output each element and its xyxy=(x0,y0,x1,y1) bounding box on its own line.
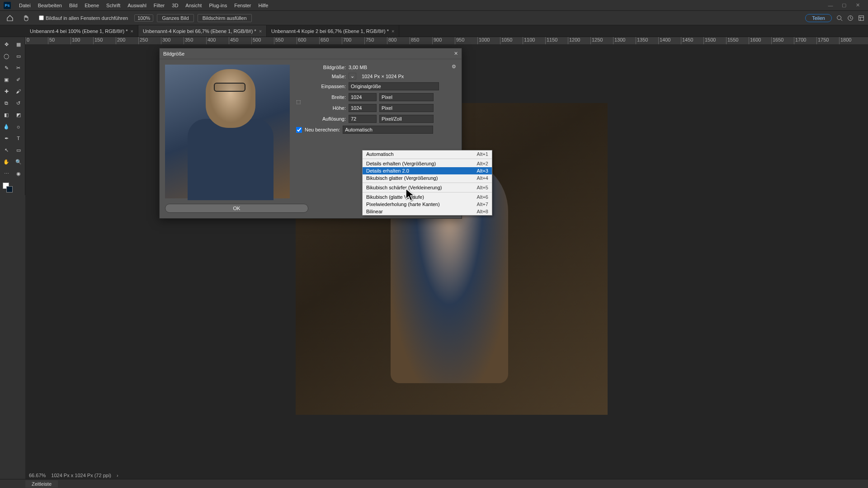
ruler-tick: 0 xyxy=(25,37,48,44)
history-brush-tool-icon[interactable]: ↺ xyxy=(13,98,24,108)
maximize-icon[interactable]: ▢ xyxy=(837,2,851,8)
height-unit-select[interactable]: Pixel xyxy=(379,104,434,112)
menu-bearbeiten[interactable]: Bearbeiten xyxy=(34,3,66,8)
dropdown-item[interactable]: Details erhalten 2.0Alt+3 xyxy=(363,167,492,174)
fit-to-label: Einpassen: xyxy=(296,84,346,89)
type-tool-icon[interactable]: T xyxy=(13,133,24,144)
menu-schrift[interactable]: Schrift xyxy=(103,3,124,8)
resample-select[interactable]: Automatisch xyxy=(343,126,433,134)
close-icon[interactable]: ✕ xyxy=(851,2,864,8)
document-tab[interactable]: Unbenannt-4 bei 100% (Ebene 1, RGB/8#) *… xyxy=(25,25,138,37)
height-input[interactable] xyxy=(349,104,377,112)
fit-to-select[interactable]: Originalgröße xyxy=(349,82,439,90)
search-icon[interactable] xyxy=(836,15,843,21)
scroll-all-windows-checkbox[interactable]: Bildlauf in allen Fenstern durchführen xyxy=(36,15,131,21)
ruler-tick: 750 xyxy=(364,37,387,44)
artboard-tool-icon[interactable]: ▦ xyxy=(13,39,24,50)
document-tab[interactable]: Unbenannt-4 Kopie 2 bei 66,7% (Ebene 1, … xyxy=(267,25,399,37)
resolution-label: Auflösung: xyxy=(296,116,346,122)
ruler-tick: 900 xyxy=(432,37,455,44)
history-icon[interactable] xyxy=(847,15,854,21)
status-zoom[interactable]: 66.67% xyxy=(29,473,46,478)
clone-tool-icon[interactable]: ⧉ xyxy=(1,98,12,108)
gradient-tool-icon[interactable]: ◩ xyxy=(13,109,24,120)
menu-datei[interactable]: Datei xyxy=(15,3,34,8)
ruler-tick: 1400 xyxy=(658,37,681,44)
dropdown-item-label: Bikubisch schärfer (Verkleinerung) xyxy=(366,185,477,190)
zoom-tool-icon[interactable]: 🔍 xyxy=(13,156,24,167)
color-swatches[interactable] xyxy=(1,183,24,193)
eyedropper-tool-icon[interactable]: ✐ xyxy=(13,74,24,85)
home-icon[interactable] xyxy=(4,13,16,23)
quick-select-tool-icon[interactable]: ✎ xyxy=(1,62,12,73)
menu-ansicht[interactable]: Ansicht xyxy=(182,3,205,8)
dropdown-item[interactable]: Bikubisch (glatte Verläufe)Alt+6 xyxy=(363,193,492,201)
dropdown-item[interactable]: BilinearAlt+8 xyxy=(363,208,492,215)
width-unit-select[interactable]: Pixel xyxy=(379,93,434,101)
healing-tool-icon[interactable]: ✚ xyxy=(1,86,12,97)
menu-3d[interactable]: 3D xyxy=(168,3,182,8)
ruler-tick: 250 xyxy=(138,37,161,44)
menu-ebene[interactable]: Ebene xyxy=(81,3,103,8)
tab-close-icon[interactable]: × xyxy=(130,28,133,34)
tab-close-icon[interactable]: × xyxy=(392,28,394,34)
options-bar: Bildlauf in allen Fenstern durchführen 1… xyxy=(0,11,868,25)
pen-tool-icon[interactable]: ✒ xyxy=(1,133,12,144)
menu-bild[interactable]: Bild xyxy=(66,3,81,8)
hand-tool-icon[interactable] xyxy=(20,13,33,23)
move-tool-icon[interactable]: ✥ xyxy=(1,39,12,50)
crop-tool-icon[interactable]: ✂ xyxy=(13,62,24,73)
fill-screen-button[interactable]: Bildschirm ausfüllen xyxy=(198,14,252,22)
resample-checkbox[interactable] xyxy=(296,127,302,133)
status-chevron-icon[interactable]: › xyxy=(117,473,118,478)
menu-filter[interactable]: Filter xyxy=(150,3,168,8)
constrain-link-icon[interactable]: ⬚ xyxy=(296,99,301,105)
menu-plug-ins[interactable]: Plug-ins xyxy=(205,3,231,8)
ruler-tick: 1200 xyxy=(568,37,590,44)
dropdown-item[interactable]: Bikubisch glatter (Vergrößerung)Alt+4 xyxy=(363,174,492,182)
frame-tool-icon[interactable]: ▣ xyxy=(1,74,12,85)
background-swatch[interactable] xyxy=(6,186,13,192)
blur-tool-icon[interactable]: 💧 xyxy=(1,121,12,132)
gear-icon[interactable]: ⚙ xyxy=(452,64,456,70)
menu-hilfe[interactable]: Hilfe xyxy=(255,3,272,8)
dodge-tool-icon[interactable]: ☼ xyxy=(13,121,24,132)
timeline-tab[interactable]: Zeitleiste xyxy=(25,480,58,488)
toolbox: ✥ ▦ ◯ ▭ ✎ ✂ ▣ ✐ ✚ 🖌 ⧉ ↺ ◧ ◩ 💧 ☼ ✒ T ↖ ▭ … xyxy=(0,37,25,195)
share-button[interactable]: Teilen xyxy=(805,14,832,22)
dimensions-dropdown-icon[interactable]: ⌄ xyxy=(349,73,356,80)
path-select-tool-icon[interactable]: ↖ xyxy=(1,145,12,155)
zoom-value[interactable]: 100% xyxy=(134,14,153,22)
dropdown-item-shortcut: Alt+1 xyxy=(477,151,488,157)
ok-button[interactable]: OK xyxy=(165,204,308,213)
workspace-icon[interactable] xyxy=(858,15,864,21)
lasso-tool-icon[interactable]: ◯ xyxy=(1,51,12,61)
document-tab[interactable]: Unbenannt-4 Kopie bei 66,7% (Ebene 1, RG… xyxy=(138,25,267,37)
dropdown-item[interactable]: AutomatischAlt+1 xyxy=(363,150,492,158)
resolution-unit-select[interactable]: Pixel/Zoll xyxy=(379,115,434,123)
dropdown-item-shortcut: Alt+5 xyxy=(477,185,488,190)
tab-close-icon[interactable]: × xyxy=(259,28,262,34)
eraser-tool-icon[interactable]: ◧ xyxy=(1,109,12,120)
shape-tool-icon[interactable]: ▭ xyxy=(13,145,24,155)
dropdown-item[interactable]: Pixelwiederholung (harte Kanten)Alt+7 xyxy=(363,201,492,208)
dialog-close-icon[interactable]: ✕ xyxy=(454,51,458,56)
menu-auswahl[interactable]: Auswahl xyxy=(124,3,150,8)
brush-tool-icon[interactable]: 🖌 xyxy=(13,86,24,97)
dropdown-item[interactable]: Details erhalten (Vergrößerung)Alt+2 xyxy=(363,160,492,167)
dropdown-item[interactable]: Bikubisch schärfer (Verkleinerung)Alt+5 xyxy=(363,184,492,191)
quick-mask-icon[interactable]: ◉ xyxy=(13,168,24,179)
menu-fenster[interactable]: Fenster xyxy=(231,3,255,8)
ruler-tick: 650 xyxy=(319,37,342,44)
dialog-titlebar[interactable]: Bildgröße ✕ xyxy=(160,48,462,59)
status-doc-info[interactable]: 1024 Px x 1024 Px (72 ppi) xyxy=(51,473,111,478)
fit-screen-button[interactable]: Ganzes Bild xyxy=(157,14,193,22)
resolution-input[interactable] xyxy=(349,115,377,123)
marquee-tool-icon[interactable]: ▭ xyxy=(13,51,24,61)
edit-toolbar-icon[interactable]: ⋯ xyxy=(1,168,12,179)
width-input[interactable] xyxy=(349,93,377,101)
minimize-icon[interactable]: — xyxy=(824,3,837,8)
ruler-tick: 1150 xyxy=(545,37,568,44)
ruler-tick: 50 xyxy=(48,37,71,44)
hand-tool-icon[interactable]: ✋ xyxy=(1,156,12,167)
